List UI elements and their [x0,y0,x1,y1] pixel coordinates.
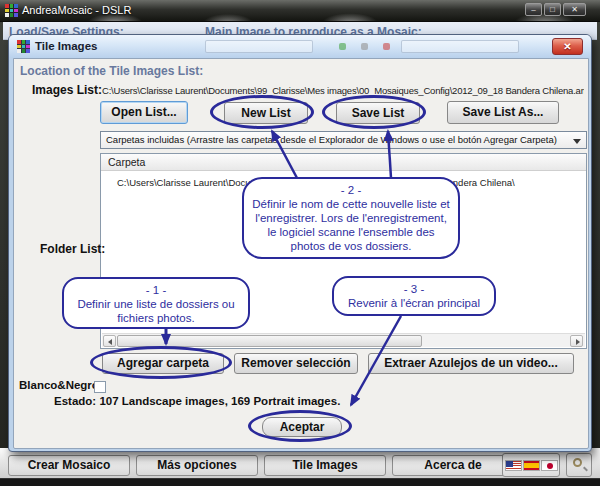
save-list-button[interactable]: Save List [336,102,420,124]
open-list-button[interactable]: Open List... [100,101,188,124]
chevron-down-icon [573,139,581,144]
callout-2-number: - 2 - [250,183,452,197]
section-heading: Location of the Tile Images List: [20,64,203,78]
background-ghost-dot [361,43,368,50]
images-list-label: Images List: [32,83,102,97]
japan-flag-icon [541,460,558,471]
acerca-de-button[interactable]: Acerca de [392,455,514,476]
new-list-button[interactable]: New List [224,102,308,124]
horizontal-scrollbar[interactable] [102,333,585,347]
carpeta-column-header[interactable]: Carpeta [101,154,586,171]
background-ghost-dot [339,43,346,50]
crear-mosaico-button[interactable]: Crear Mosaico [8,455,130,476]
maximize-button[interactable]: □ [544,3,561,16]
scrollbar-thumb[interactable] [117,335,422,347]
folder-dropdown-label: Carpetas incluidas (Arrastre las carpeta… [106,134,557,145]
window-controls: – □ ✕ [525,3,586,16]
triangle-right-icon [576,339,580,345]
blanco-negro-label: Blanco&Negro: [19,379,103,391]
spain-flag-icon [523,460,540,471]
tile-images-button[interactable]: Tile Images [264,455,386,476]
main-window-title: AndreaMosaic - DSLR [22,4,131,16]
background-ghost [205,40,313,53]
screen: AndreaMosaic - DSLR – □ ✕ Load/Save Sett… [0,0,600,486]
language-button[interactable] [502,453,560,477]
dialog-title: Tile Images [35,40,97,52]
dialog-titlebar: Tile Images ✕ [9,35,591,58]
folder-category-dropdown[interactable]: Carpetas incluidas (Arrastre las carpeta… [100,131,587,149]
bottom-toolbar: Crear Mosaico Más opciones Tile Images A… [0,448,600,478]
extraer-azulejos-button[interactable]: Extraer Azulejos de un video... [368,353,574,374]
save-list-as-button[interactable]: Save List As... [447,101,559,124]
andreamosaic-logo-icon [5,4,18,17]
scroll-left-button[interactable] [103,335,116,347]
remover-seleccion-button[interactable]: Remover selección [234,353,358,374]
callout-1-text: Definir une liste de dossiers ou fichier… [77,298,234,324]
blanco-negro-checkbox[interactable] [94,381,106,393]
main-window-titlebar: AndreaMosaic - DSLR – □ ✕ [0,0,600,22]
callout-2-text: Définir le nom de cette nouvelle liste e… [252,198,450,252]
callout-3-text: Revenir à l'écran principal [348,297,480,309]
search-button[interactable] [566,453,592,477]
dialog-close-button[interactable]: ✕ [552,38,583,55]
callout-1-number: - 1 - [70,283,242,297]
background-ghost-dot [383,43,390,50]
magnifier-icon [573,458,582,467]
folder-list-label: Folder List: [40,242,105,256]
triangle-left-icon [108,339,112,345]
close-button[interactable]: ✕ [563,3,586,16]
window-bottom-edge [0,478,600,486]
estado-value: 107 Landscape images, 169 Portrait image… [99,395,340,407]
estado-label: Estado: [54,395,96,407]
minimize-button[interactable]: – [525,3,542,16]
background-ghost [401,40,519,53]
agregar-carpeta-button[interactable]: Agregar carpeta [102,353,224,374]
status-text: Estado: 107 Landscape images, 169 Portra… [54,395,340,407]
images-list-path: C:\Users\Clarisse Laurent\Documents\99_C… [102,85,584,96]
callout-2: - 2 - Définir le nom de cette nouvelle l… [242,177,460,259]
tile-images-logo-icon [17,40,30,53]
mas-opciones-button[interactable]: Más opciones [136,455,258,476]
callout-1: - 1 - Definir une liste de dossiers ou f… [62,277,250,329]
us-flag-icon [505,460,522,471]
callout-3-number: - 3 - [340,282,488,296]
scroll-right-button[interactable] [570,335,583,347]
callout-3: - 3 - Revenir à l'écran principal [332,276,496,316]
aceptar-button[interactable]: Aceptar [262,417,342,437]
